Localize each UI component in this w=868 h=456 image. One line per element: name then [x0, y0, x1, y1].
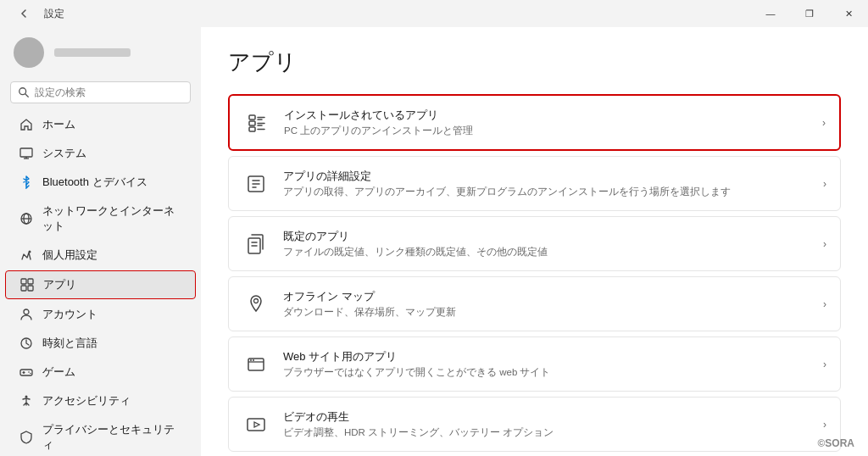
web-apps-text: Web サイト用のアプリ ブラウザーではなくアプリで開くことができる web サ…: [283, 349, 816, 379]
sidebar-item-system[interactable]: システム: [5, 140, 196, 167]
app-features-text: アプリの詳細設定 アプリの取得、アプリのアーカイブ、更新プログラムのアンインスト…: [283, 169, 816, 198]
sidebar-item-privacy[interactable]: プライバシーとセキュリティ: [5, 416, 196, 456]
svg-rect-2: [20, 148, 32, 157]
sidebar-item-personal[interactable]: 個人用設定: [5, 242, 196, 269]
page-title: アプリ: [228, 47, 841, 77]
settings-item-app-features[interactable]: アプリの詳細設定 アプリの取得、アプリのアーカイブ、更新プログラムのアンインスト…: [228, 156, 841, 211]
svg-point-40: [250, 359, 252, 361]
time-icon: [19, 336, 34, 351]
svg-point-18: [28, 371, 30, 373]
installed-apps-chevron: ›: [822, 117, 826, 129]
offline-maps-icon: [242, 291, 270, 318]
sidebar-label-time: 時刻と言語: [42, 336, 97, 351]
avatar: [14, 37, 44, 68]
apps-icon: [19, 277, 35, 292]
svg-point-41: [253, 359, 254, 361]
sidebar-label-privacy: プライバシーとセキュリティ: [42, 422, 182, 453]
app-features-title: アプリの詳細設定: [283, 169, 816, 184]
window-title: 設定: [44, 7, 64, 21]
svg-rect-23: [249, 121, 255, 125]
video-playback-chevron: ›: [823, 419, 826, 431]
sidebar-label-accounts: アカウント: [42, 307, 97, 322]
installed-apps-text: インストールされているアプリ PC 上のアプリのアンインストールと管理: [284, 108, 815, 137]
profile-name: [54, 48, 131, 57]
settings-item-web-apps[interactable]: Web サイト用のアプリ ブラウザーではなくアプリで開くことができる web サ…: [228, 336, 841, 392]
sidebar-label-personal: 個人用設定: [42, 247, 97, 263]
search-icon: [18, 86, 30, 98]
network-icon: [19, 211, 34, 226]
accounts-icon: [19, 307, 34, 322]
offline-maps-desc: ダウンロード、保存場所、マップ更新: [283, 306, 816, 319]
sidebar-item-network[interactable]: ネットワークとインターネット: [5, 197, 196, 240]
default-apps-title: 既定のアプリ: [283, 229, 816, 244]
close-button[interactable]: ✕: [829, 0, 868, 27]
offline-maps-chevron: ›: [823, 298, 826, 310]
sidebar-label-apps: アプリ: [43, 277, 76, 292]
settings-item-offline-maps[interactable]: オフライン マップ ダウンロード、保存場所、マップ更新 ›: [228, 276, 841, 331]
video-playback-text: ビデオの再生 ビデオ調整、HDR ストリーミング、バッテリー オプション: [283, 409, 816, 439]
web-apps-desc: ブラウザーではなくアプリで開くことができる web サイト: [283, 366, 816, 379]
svg-point-13: [24, 309, 29, 314]
sidebar-label-accessibility: アクセシビリティ: [42, 393, 131, 409]
video-playback-desc: ビデオ調整、HDR ストリーミング、バッテリー オプション: [283, 426, 816, 439]
sidebar-item-accounts[interactable]: アカウント: [5, 301, 196, 328]
sidebar-item-accessibility[interactable]: アクセシビリティ: [5, 387, 196, 414]
default-apps-text: 既定のアプリ ファイルの既定値、リンク種類の既定値、その他の既定値: [283, 229, 816, 259]
installed-apps-title: インストールされているアプリ: [284, 108, 815, 123]
svg-rect-15: [20, 370, 32, 375]
search-input[interactable]: [35, 86, 183, 98]
settings-item-video-playback[interactable]: ビデオの再生 ビデオ調整、HDR ストリーミング、バッテリー オプション ›: [228, 397, 841, 452]
sidebar-label-bluetooth: Bluetooth とデバイス: [42, 175, 147, 190]
svg-point-19: [30, 373, 31, 375]
content-area: アプリ インストールされているアプリ PC 上のアプリのアンインストールと管理: [201, 27, 868, 456]
sidebar-item-bluetooth[interactable]: Bluetooth とデバイス: [5, 169, 196, 196]
app-features-icon: [242, 170, 270, 197]
svg-line-1: [25, 94, 29, 97]
personal-icon: [19, 247, 34, 263]
offline-maps-title: オフライン マップ: [283, 289, 816, 304]
installed-apps-icon: [243, 109, 270, 136]
sidebar-item-home[interactable]: ホーム: [5, 111, 196, 138]
game-icon: [19, 364, 34, 380]
home-icon: [19, 117, 34, 132]
svg-marker-43: [254, 422, 259, 427]
svg-point-20: [25, 396, 28, 398]
web-apps-chevron: ›: [823, 359, 826, 370]
web-apps-icon: [242, 351, 270, 378]
svg-point-8: [29, 251, 31, 253]
window-controls: — ❐ ✕: [751, 0, 868, 27]
app-features-chevron: ›: [823, 178, 826, 190]
web-apps-title: Web サイト用のアプリ: [283, 349, 816, 364]
sidebar-item-apps[interactable]: アプリ: [5, 270, 196, 299]
sidebar-item-game[interactable]: ゲーム: [5, 359, 196, 386]
minimize-button[interactable]: —: [751, 0, 790, 27]
default-apps-chevron: ›: [823, 238, 826, 250]
bluetooth-icon: [19, 175, 34, 190]
svg-rect-12: [28, 286, 33, 291]
privacy-icon: [19, 430, 34, 445]
sidebar-label-network: ネットワークとインターネット: [42, 203, 182, 234]
sidebar-label-system: システム: [42, 146, 86, 161]
sidebar-label-game: ゲーム: [42, 364, 75, 380]
settings-item-default-apps[interactable]: 既定のアプリ ファイルの既定値、リンク種類の既定値、その他の既定値 ›: [228, 216, 841, 271]
sidebar-label-home: ホーム: [42, 117, 75, 132]
offline-maps-text: オフライン マップ ダウンロード、保存場所、マップ更新: [283, 289, 816, 319]
search-box[interactable]: [10, 81, 191, 103]
maximize-button[interactable]: ❐: [790, 0, 829, 27]
sidebar: ホーム システム Bluetooth とデバイス: [0, 27, 201, 456]
default-apps-icon: [242, 231, 270, 258]
svg-point-37: [254, 298, 259, 303]
sidebar-item-time[interactable]: 時刻と言語: [5, 330, 196, 357]
svg-rect-9: [21, 279, 26, 284]
video-playback-icon: [242, 411, 270, 438]
back-button[interactable]: [10, 0, 37, 27]
settings-item-installed-apps[interactable]: インストールされているアプリ PC 上のアプリのアンインストールと管理 ›: [228, 94, 841, 151]
video-playback-title: ビデオの再生: [283, 409, 816, 425]
system-icon: [19, 146, 34, 161]
profile-area: [0, 27, 201, 78]
svg-rect-22: [249, 115, 255, 120]
svg-rect-10: [28, 279, 33, 284]
titlebar: 設定 — ❐ ✕: [0, 0, 868, 27]
default-apps-desc: ファイルの既定値、リンク種類の既定値、その他の既定値: [283, 246, 816, 259]
svg-rect-28: [249, 127, 255, 131]
